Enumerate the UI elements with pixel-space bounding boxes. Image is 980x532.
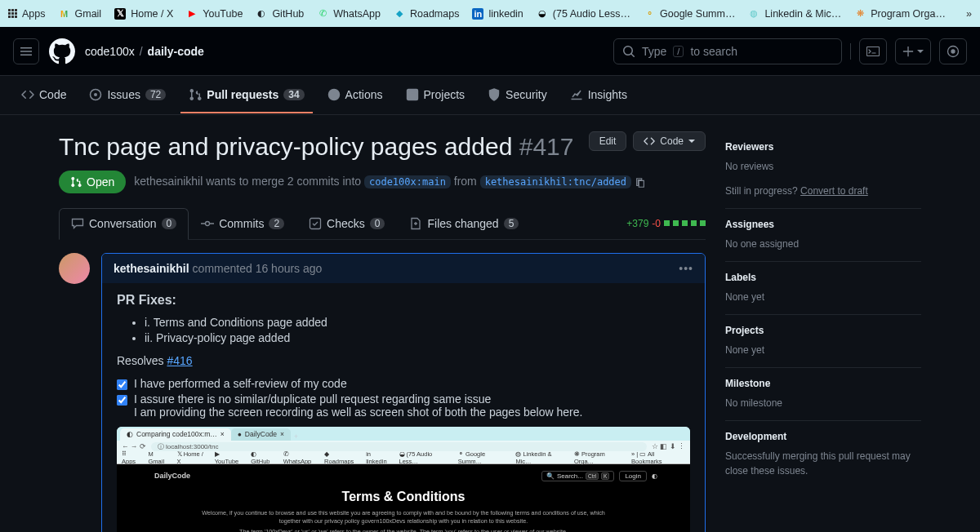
tab-files[interactable]: Files changed5 (397, 208, 531, 239)
hamburger-menu-button[interactable] (13, 38, 39, 64)
tab-checks[interactable]: Checks0 (296, 208, 397, 239)
embed-browser-tab: ● DailyCode × (231, 428, 291, 441)
caret-down-icon (688, 138, 695, 144)
caret-down-icon (917, 48, 924, 55)
commits-icon (201, 217, 214, 230)
comment-author[interactable]: kethesainikhil (114, 262, 189, 275)
linkedin-mic-icon: ◍ (748, 8, 760, 20)
pr-icon (189, 88, 202, 101)
assignees-heading[interactable]: Assignees (725, 219, 921, 230)
milestone-heading[interactable]: Milestone (725, 378, 921, 389)
audio-icon: ◒ (537, 8, 548, 20)
nav-code[interactable]: Code (13, 78, 74, 113)
bookmark-whatsapp[interactable]: ✆WhatsApp (317, 8, 381, 20)
reviewers-heading[interactable]: Reviewers (725, 141, 921, 153)
command-palette-button[interactable] (859, 38, 887, 64)
create-new-button[interactable] (895, 38, 931, 64)
pr-author[interactable]: kethesainikhil (134, 175, 203, 188)
github-icon: ◐ (256, 8, 267, 20)
search-icon (622, 45, 635, 58)
search-input[interactable]: Type / to search (613, 38, 842, 64)
bookmark-youtube[interactable]: ▶YouTube (186, 8, 243, 20)
bookmark-label: Apps (22, 8, 46, 20)
bookmark-linkedin-mic[interactable]: ◍Linkedin & Mic… (748, 8, 841, 20)
tab-commits[interactable]: Commits2 (189, 208, 296, 239)
task-checkbox[interactable] (117, 395, 127, 406)
issue-link[interactable]: #416 (167, 354, 192, 367)
code-dropdown-button[interactable]: Code (633, 131, 706, 151)
avatar[interactable] (59, 253, 90, 284)
comment-box: kethesainikhil commented 16 hours ago ••… (101, 253, 706, 533)
graph-icon (570, 88, 583, 101)
edit-button[interactable]: Edit (589, 131, 627, 151)
nav-pull-requests[interactable]: Pull requests34 (180, 78, 312, 113)
svg-point-1 (951, 50, 955, 53)
reviewers-value: No reviews (725, 159, 921, 174)
pulls-counter: 34 (283, 89, 304, 100)
bookmark-home-x[interactable]: 𝕏Home / X (114, 8, 173, 20)
breadcrumb-repo[interactable]: daily-code (148, 45, 204, 58)
code-icon (644, 135, 655, 147)
list-item: i. Terms and Conditions page added (145, 316, 690, 329)
nav-insights[interactable]: Insights (562, 78, 635, 113)
copy-icon[interactable] (635, 177, 646, 188)
pr-title: Tnc page and privacy-policy pages added … (59, 131, 579, 162)
comment-icon (71, 217, 84, 230)
pr-open-icon (70, 176, 82, 188)
bookmark-github[interactable]: ◐GitHub (256, 8, 304, 20)
comment-body: PR Fixes: i. Terms and Conditions page a… (102, 283, 705, 533)
pr-meta: Open kethesainikhil wants to merge 2 com… (59, 171, 706, 193)
bookmarks-more-button[interactable]: » (966, 8, 972, 20)
embedded-screenshot: ◐ Comparing code100x:m… × ● DailyCode × … (117, 427, 690, 533)
bookmark-google-summ[interactable]: ⚬Google Summ… (644, 8, 735, 20)
github-header: code100x / daily-code Type / to search (0, 27, 980, 76)
base-branch[interactable]: code100x:main (364, 175, 451, 188)
development-heading[interactable]: Development (725, 431, 921, 442)
embed-heading: Terms & Conditions (149, 490, 657, 504)
issues-button[interactable] (939, 38, 967, 64)
code-icon (21, 88, 34, 101)
pr-number: #417 (519, 133, 574, 160)
tab-conversation[interactable]: Conversation0 (59, 208, 189, 240)
plus-icon (902, 46, 914, 57)
bookmark-audio[interactable]: ◒(75 Audio Less… (537, 8, 630, 20)
development-value: Successfully merging this pull request m… (725, 449, 921, 478)
issues-counter: 72 (145, 89, 166, 100)
list-item: ii. Privacy-policy page added (145, 331, 690, 344)
github-logo-icon[interactable] (49, 38, 75, 64)
convert-to-draft-link[interactable]: Convert to draft (800, 185, 868, 197)
task-checkbox[interactable] (117, 379, 127, 390)
svg-rect-7 (310, 218, 321, 228)
nav-security[interactable]: Security (479, 78, 555, 113)
bookmark-roadmaps[interactable]: ◆Roadmaps (394, 8, 459, 20)
nav-projects[interactable]: Projects (398, 78, 474, 113)
bookmark-apps[interactable]: Apps (8, 8, 46, 20)
bookmark-gmail[interactable]: MGmail (59, 8, 102, 20)
projects-heading[interactable]: Projects (725, 325, 921, 336)
diff-stats: +379 -0 (626, 208, 706, 239)
checks-icon (309, 217, 322, 230)
nav-issues[interactable]: Issues72 (81, 78, 174, 113)
x-icon: 𝕏 (114, 8, 126, 20)
pr-sidebar: Reviewers No reviews Still in progress? … (725, 131, 921, 532)
browser-bookmarks-bar: Apps MGmail 𝕏Home / X ▶YouTube ◐GitHub ✆… (0, 0, 980, 27)
issues-icon (89, 88, 102, 101)
bookmark-linkedin[interactable]: inlinkedin (472, 8, 523, 20)
nav-actions[interactable]: Actions (319, 78, 391, 113)
program-orga-icon: ❋ (854, 8, 866, 20)
comment-heading: PR Fixes: (117, 293, 690, 308)
breadcrumb-owner[interactable]: code100x (85, 45, 135, 58)
projects-value: None yet (725, 343, 921, 357)
embed-bookmarks: ⠿ Apps M Gmail 𝕏 Home / X ▶ YouTube ◐ Gi… (117, 453, 690, 464)
comment-actions-button[interactable]: ••• (679, 262, 693, 275)
head-branch[interactable]: kethesainikhil:tnc/added (480, 175, 631, 188)
bookmark-program-orga[interactable]: ❋Program Orga… (854, 8, 946, 20)
search-kbd: / (673, 46, 684, 57)
linkedin-icon: in (472, 8, 483, 20)
files-icon (409, 217, 422, 230)
actions-icon (327, 88, 341, 101)
apps-grid-icon (8, 9, 17, 18)
labels-heading[interactable]: Labels (725, 272, 921, 283)
svg-rect-5 (407, 89, 417, 100)
comment-time[interactable]: 16 hours ago (256, 262, 323, 275)
